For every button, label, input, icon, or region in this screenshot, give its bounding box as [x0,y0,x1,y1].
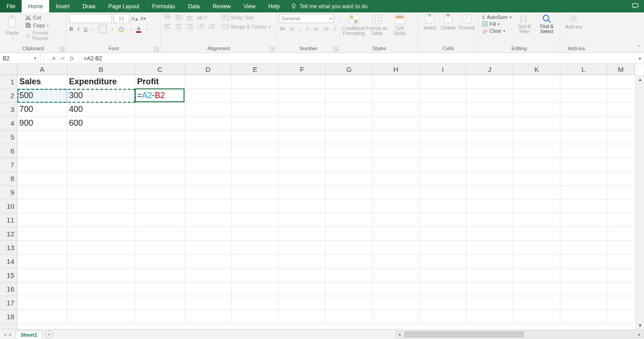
cell-M13[interactable] [607,241,635,255]
cell-I1[interactable] [420,75,466,89]
cell-B4[interactable]: 600 [67,117,135,130]
cell-K10[interactable] [513,199,560,213]
cell-H9[interactable] [373,186,420,199]
row-header-10[interactable]: 10 [0,199,17,213]
cell-E14[interactable] [232,255,279,269]
cell-H4[interactable] [373,117,420,130]
cell-M17[interactable] [607,296,635,310]
cell-L3[interactable] [560,103,607,117]
cell-H16[interactable] [373,282,420,296]
cell-J1[interactable] [466,75,513,89]
cell-G16[interactable] [326,282,373,296]
row-header-1[interactable]: 1 [0,75,17,89]
cell-G12[interactable] [326,227,373,241]
font-color-button[interactable]: A [136,26,141,33]
column-header-M[interactable]: M [607,64,635,75]
conditional-formatting-button[interactable]: Conditional Formatting [343,14,364,36]
decrease-indent-icon[interactable] [197,23,204,30]
cell-F5[interactable] [279,130,326,144]
cell-H1[interactable] [373,75,420,89]
cell-G11[interactable] [326,213,373,227]
cell-F9[interactable] [279,186,326,199]
cell-K8[interactable] [513,172,560,186]
align-bottom-icon[interactable] [186,14,193,21]
cell-F16[interactable] [279,282,326,296]
font-size-input[interactable]: 11 [114,14,129,23]
cell-G7[interactable] [326,158,373,172]
comments-icon[interactable] [631,2,639,10]
row-header-18[interactable]: 18 [0,310,17,324]
cell-C4[interactable] [135,117,185,130]
cell-G18[interactable] [326,310,373,324]
cell-B8[interactable] [67,172,135,186]
bold-button[interactable]: B [69,26,73,32]
vertical-scrollbar[interactable]: ▲ ▼ [636,75,644,329]
cell-G5[interactable] [326,130,373,144]
tab-file[interactable]: File [0,0,22,12]
cell-H6[interactable] [373,144,420,158]
column-header-E[interactable]: E [232,64,279,75]
cell-K3[interactable] [513,103,560,117]
cell-B14[interactable] [67,255,135,269]
percent-format-button[interactable]: % [290,26,294,32]
cell-H14[interactable] [373,255,420,269]
cell-G15[interactable] [326,269,373,282]
cell-C18[interactable] [135,310,185,324]
cell-H7[interactable] [373,158,420,172]
cell-M6[interactable] [607,144,635,158]
cell-E10[interactable] [232,199,279,213]
cell-J18[interactable] [466,310,513,324]
fill-button[interactable]: Fill▾ [481,21,512,27]
align-left-icon[interactable] [164,23,171,30]
cell-F12[interactable] [279,227,326,241]
cell-A8[interactable] [17,172,67,186]
cell-I13[interactable] [420,241,466,255]
cell-C10[interactable] [135,199,185,213]
cell-J10[interactable] [466,199,513,213]
cell-H3[interactable] [373,103,420,117]
cell-F1[interactable] [279,75,326,89]
cell-E5[interactable] [232,130,279,144]
cell-C11[interactable] [135,213,185,227]
cell-D11[interactable] [185,213,232,227]
cell-C7[interactable] [135,158,185,172]
column-header-J[interactable]: J [466,64,513,75]
cell-L18[interactable] [560,310,607,324]
cell-D7[interactable] [185,158,232,172]
cell-D17[interactable] [185,296,232,310]
cell-C3[interactable] [135,103,185,117]
align-right-icon[interactable] [186,23,193,30]
cell-C9[interactable] [135,186,185,199]
cell-G9[interactable] [326,186,373,199]
find-select-button[interactable]: Find & Select [536,14,557,34]
cancel-formula-button[interactable]: ✕ [52,55,56,62]
italic-button[interactable]: I [78,26,79,32]
cell-J15[interactable] [466,269,513,282]
cell-M18[interactable] [607,310,635,324]
cut-button[interactable]: Cut [24,14,63,21]
cell-L14[interactable] [560,255,607,269]
increase-decimal-button[interactable]: .0→.00 [305,27,318,31]
orientation-button[interactable]: ab↗ [197,15,207,21]
dialog-launcher-icon[interactable]: ↘ [334,47,338,52]
cell-E4[interactable] [232,117,279,130]
cell-G14[interactable] [326,255,373,269]
cell-D3[interactable] [185,103,232,117]
column-header-F[interactable]: F [279,64,326,75]
row-header-6[interactable]: 6 [0,144,17,158]
cell-F4[interactable] [279,117,326,130]
insert-cells-button[interactable]: Insert [421,14,438,30]
cell-C13[interactable] [135,241,185,255]
cell-I18[interactable] [420,310,466,324]
column-header-A[interactable]: A [17,64,67,75]
cell-K7[interactable] [513,158,560,172]
merge-center-button[interactable]: Merge & Center ▾ [221,23,271,30]
cell-E13[interactable] [232,241,279,255]
cell-F8[interactable] [279,172,326,186]
cell-B10[interactable] [67,199,135,213]
cell-L8[interactable] [560,172,607,186]
format-cells-button[interactable]: Format [459,14,475,30]
cell-M3[interactable] [607,103,635,117]
cell-K2[interactable] [513,89,560,103]
cell-D13[interactable] [185,241,232,255]
